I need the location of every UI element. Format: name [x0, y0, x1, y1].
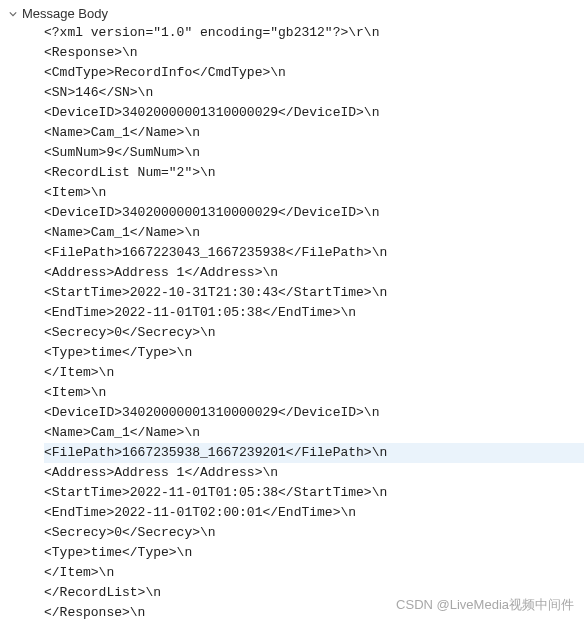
body-line[interactable]: <Type>time</Type>\n: [44, 343, 584, 363]
body-line[interactable]: <DeviceID>34020000001310000029</DeviceID…: [44, 403, 584, 423]
body-line[interactable]: <Response>\n: [44, 43, 584, 63]
body-line[interactable]: <EndTime>2022-11-01T02:00:01</EndTime>\n: [44, 503, 584, 523]
body-line[interactable]: <Name>Cam_1</Name>\n: [44, 423, 584, 443]
body-line[interactable]: </Response>\n: [44, 603, 584, 620]
body-line[interactable]: <CmdType>RecordInfo</CmdType>\n: [44, 63, 584, 83]
message-body-lines: <?xml version="1.0" encoding="gb2312"?>\…: [8, 23, 584, 620]
body-line[interactable]: <Address>Address 1</Address>\n: [44, 463, 584, 483]
body-line[interactable]: </Item>\n: [44, 363, 584, 383]
body-line[interactable]: <DeviceID>34020000001310000029</DeviceID…: [44, 203, 584, 223]
body-line[interactable]: </Item>\n: [44, 563, 584, 583]
body-line[interactable]: <Name>Cam_1</Name>\n: [44, 123, 584, 143]
body-line[interactable]: <Type>time</Type>\n: [44, 543, 584, 563]
body-line[interactable]: <SN>146</SN>\n: [44, 83, 584, 103]
body-line[interactable]: <EndTime>2022-11-01T01:05:38</EndTime>\n: [44, 303, 584, 323]
body-line[interactable]: <?xml version="1.0" encoding="gb2312"?>\…: [44, 23, 584, 43]
body-line[interactable]: <Secrecy>0</Secrecy>\n: [44, 523, 584, 543]
body-line[interactable]: <StartTime>2022-10-31T21:30:43</StartTim…: [44, 283, 584, 303]
body-line[interactable]: <Item>\n: [44, 183, 584, 203]
body-line[interactable]: <DeviceID>34020000001310000029</DeviceID…: [44, 103, 584, 123]
tree-root: Message Body <?xml version="1.0" encodin…: [0, 0, 584, 620]
body-line[interactable]: <RecordList Num="2">\n: [44, 163, 584, 183]
body-line[interactable]: <SumNum>9</SumNum>\n: [44, 143, 584, 163]
body-line[interactable]: </RecordList>\n: [44, 583, 584, 603]
tree-node-header[interactable]: Message Body: [8, 4, 584, 23]
body-line[interactable]: <Item>\n: [44, 383, 584, 403]
body-line[interactable]: <FilePath>1667223043_1667235938</FilePat…: [44, 243, 584, 263]
tree-node-label: Message Body: [22, 6, 108, 21]
body-line[interactable]: <Address>Address 1</Address>\n: [44, 263, 584, 283]
body-line[interactable]: <Secrecy>0</Secrecy>\n: [44, 323, 584, 343]
body-line[interactable]: <FilePath>1667235938_1667239201</FilePat…: [44, 443, 584, 463]
body-line[interactable]: <StartTime>2022-11-01T01:05:38</StartTim…: [44, 483, 584, 503]
body-line[interactable]: <Name>Cam_1</Name>\n: [44, 223, 584, 243]
chevron-down-icon[interactable]: [8, 10, 18, 18]
